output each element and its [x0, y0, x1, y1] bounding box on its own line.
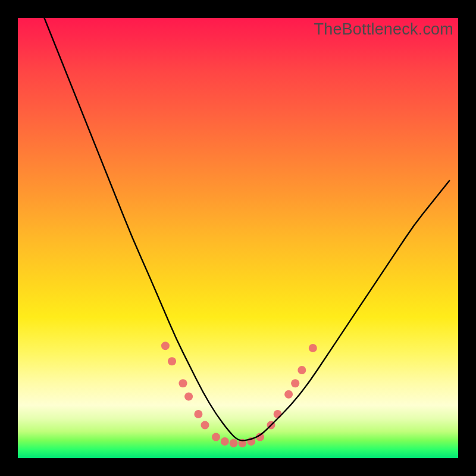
data-dot [221, 437, 229, 446]
data-dot [168, 357, 176, 365]
data-dot [201, 421, 209, 430]
chart-overlay [18, 18, 458, 458]
data-dot [291, 379, 299, 387]
plot-area: TheBottleneck.com [18, 18, 458, 458]
data-dots [161, 342, 317, 447]
data-dot [298, 366, 306, 374]
data-dot [230, 439, 238, 447]
data-dot [161, 342, 170, 350]
data-dot [274, 410, 282, 418]
data-dot [179, 379, 187, 387]
chart-frame: TheBottleneck.com [0, 0, 476, 476]
data-dot [194, 410, 202, 418]
data-dot [184, 392, 193, 400]
bottleneck-curve [44, 18, 449, 440]
data-dot [284, 390, 293, 399]
data-dot [309, 344, 317, 352]
data-dot [212, 433, 220, 441]
